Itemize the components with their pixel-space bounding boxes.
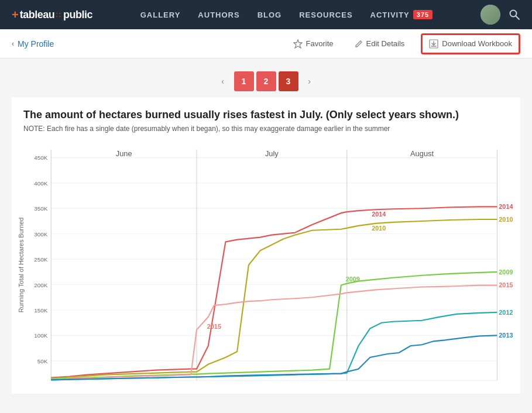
chart-container: The amount of hectares burned usually ri… bbox=[12, 97, 520, 394]
section-july: July bbox=[265, 149, 279, 158]
edit-details-button[interactable]: Edit Details bbox=[350, 37, 410, 50]
page-3-button[interactable]: 3 bbox=[279, 71, 298, 91]
avatar[interactable] bbox=[480, 5, 500, 25]
y-tick-200k: 200K bbox=[34, 282, 47, 288]
prev-page-button[interactable]: ‹ bbox=[214, 73, 232, 90]
logo-text: tableau bbox=[20, 9, 55, 21]
y-tick-350k: 350K bbox=[34, 205, 47, 212]
y-tick-150k: 150K bbox=[34, 307, 47, 314]
label-2010-end: 2010 bbox=[499, 216, 513, 223]
download-workbook-button[interactable]: Download Workbook bbox=[424, 37, 517, 51]
pagination: ‹ 1 2 3 › bbox=[0, 58, 532, 97]
line-2009 bbox=[51, 272, 497, 379]
nav-resources[interactable]: RESOURCES bbox=[299, 11, 352, 19]
logo-dots: :: bbox=[56, 11, 62, 19]
logo[interactable]: + tableau :: public bbox=[12, 8, 92, 22]
label-2013-end: 2013 bbox=[499, 332, 513, 339]
chart-title: The amount of hectares burned usually ri… bbox=[18, 109, 514, 121]
avatar-image bbox=[480, 5, 500, 25]
label-2015-end: 2015 bbox=[499, 282, 513, 289]
chart-visualization: Running Total of Hectares Burned 450K 40… bbox=[18, 142, 514, 388]
y-tick-50k: 50K bbox=[37, 358, 48, 364]
y-axis-label: Running Total of Hectares Burned bbox=[18, 218, 25, 313]
y-tick-400k: 400K bbox=[34, 180, 47, 187]
svg-line-1 bbox=[516, 16, 519, 20]
back-label: My Profile bbox=[18, 39, 54, 49]
page-1-button[interactable]: 1 bbox=[234, 71, 254, 91]
main-nav: GALLERY AUTHORS BLOG RESOURCES ACTIVITY … bbox=[140, 10, 433, 19]
line-2014 bbox=[51, 206, 497, 377]
sub-header: ‹ My Profile Favorite Edit Details bbox=[0, 29, 532, 58]
y-tick-450k: 450K bbox=[34, 154, 47, 161]
line-2012 bbox=[51, 312, 497, 380]
label-2010-mid: 2010 bbox=[372, 225, 386, 232]
y-tick-300k: 300K bbox=[34, 231, 47, 238]
activity-label: ACTIVITY bbox=[370, 11, 410, 19]
logo-plus: + bbox=[12, 8, 19, 22]
main-header: + tableau :: public GALLERY AUTHORS BLOG… bbox=[0, 0, 532, 29]
svg-marker-2 bbox=[294, 40, 302, 48]
section-june: June bbox=[116, 149, 132, 158]
line-2015 bbox=[51, 285, 497, 380]
chart-subtitle: NOTE: Each fire has a single date (presu… bbox=[18, 125, 514, 133]
activity-badge: 375 bbox=[413, 10, 433, 19]
download-workbook-highlight: Download Workbook bbox=[421, 33, 520, 54]
search-button[interactable] bbox=[509, 9, 520, 20]
y-tick-250k: 250K bbox=[34, 256, 47, 263]
favorite-button[interactable]: Favorite bbox=[289, 37, 338, 51]
nav-authors[interactable]: AUTHORS bbox=[198, 11, 239, 19]
label-2014-end: 2014 bbox=[499, 203, 513, 210]
next-page-button[interactable]: › bbox=[301, 73, 318, 90]
sub-header-actions: Favorite Edit Details Download Workbook bbox=[289, 33, 520, 54]
line-2010 bbox=[51, 219, 497, 378]
header-right bbox=[480, 5, 520, 25]
label-2014-mid: 2014 bbox=[372, 211, 386, 218]
back-chevron: ‹ bbox=[12, 40, 14, 48]
y-tick-100k: 100K bbox=[34, 332, 47, 339]
logo-public: public bbox=[63, 9, 92, 21]
nav-blog[interactable]: BLOG bbox=[258, 11, 282, 19]
favorite-label: Favorite bbox=[306, 39, 334, 48]
label-2012-end: 2012 bbox=[499, 309, 513, 316]
chart-svg: Running Total of Hectares Burned 450K 40… bbox=[18, 142, 514, 388]
label-2015-start: 2015 bbox=[207, 323, 221, 330]
label-2009-end: 2009 bbox=[499, 269, 513, 276]
page-2-button[interactable]: 2 bbox=[256, 71, 276, 91]
download-label: Download Workbook bbox=[442, 39, 512, 48]
nav-activity[interactable]: ACTIVITY 375 bbox=[370, 10, 433, 19]
label-2009-mid: 2009 bbox=[346, 276, 360, 283]
back-to-profile[interactable]: ‹ My Profile bbox=[12, 39, 54, 49]
edit-label: Edit Details bbox=[366, 39, 405, 48]
nav-gallery[interactable]: GALLERY bbox=[140, 11, 181, 19]
section-august: August bbox=[410, 149, 434, 158]
